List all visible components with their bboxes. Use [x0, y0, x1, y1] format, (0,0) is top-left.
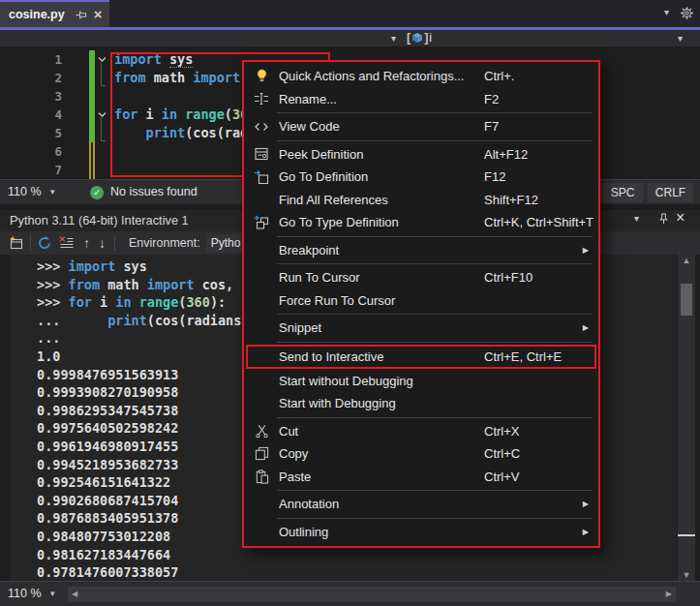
menu-item-label: Find All References: [279, 193, 388, 207]
menu-item-view-code[interactable]: View CodeF7: [244, 115, 598, 138]
code-token: sys: [115, 258, 147, 274]
history-next-icon[interactable]: ↓: [99, 235, 106, 251]
history-previous-icon[interactable]: ↑: [83, 235, 90, 251]
menu-item-copy[interactable]: CopyCtrl+C: [244, 442, 598, 466]
peek-definition-icon: [244, 146, 279, 162]
space-indicator-badge[interactable]: SPC: [602, 183, 643, 202]
menu-item-start-with-debugging[interactable]: Start with Debugging: [244, 392, 598, 415]
menu-item-cut[interactable]: CutCtrl+X: [244, 420, 598, 443]
menu-item-shortcut: Ctrl+E, Ctrl+E: [484, 349, 562, 364]
close-icon[interactable]: ×: [94, 9, 103, 20]
field-cube-icon: [411, 32, 423, 44]
scroll-left-icon[interactable]: ◀: [72, 590, 77, 598]
issues-check-icon: ✓: [90, 186, 104, 199]
type-dropdown-chevron-icon[interactable]: ▾: [391, 33, 396, 44]
line-ending-badge[interactable]: CRLF: [648, 183, 693, 202]
interactive-zoom-control[interactable]: 110 %: [8, 587, 42, 600]
pin-icon[interactable]: [75, 9, 87, 21]
horizontal-scrollbar[interactable]: ◀ ▶: [68, 587, 676, 602]
code-token: [132, 294, 139, 310]
panel-close-icon[interactable]: ×: [676, 209, 685, 227]
menu-item-start-without-debugging[interactable]: Start without Debugging: [244, 370, 598, 393]
menu-item-label: Cut: [279, 424, 298, 439]
menu-item-label: Send to Interactive: [279, 349, 383, 364]
menu-item-shortcut: Shift+F12: [484, 193, 538, 207]
editor-zoom-control[interactable]: 110 %: [8, 185, 42, 198]
menu-item-shortcut: Ctrl+.: [484, 69, 514, 83]
menu-separator: [277, 112, 593, 113]
toolbar-separator: [114, 235, 115, 251]
menu-separator: [277, 342, 593, 343]
menu-item-paste[interactable]: PasteCtrl+V: [244, 466, 598, 489]
view-code-icon: [244, 119, 279, 135]
code-token: radians: [186, 313, 241, 328]
tab-cosine-py[interactable]: cosine.py ×: [0, 0, 109, 27]
line-number: 6: [0, 142, 62, 161]
menu-item-peek-definition[interactable]: Peek DefinitionAlt+F12: [244, 143, 598, 167]
code-token: cos: [155, 313, 178, 328]
menu-item-shortcut: Ctrl+V: [484, 470, 519, 484]
code-token: [69, 313, 108, 328]
reset-interactive-window-icon[interactable]: [8, 235, 24, 251]
gear-icon[interactable]: [680, 6, 694, 20]
scrollbar-split-line: [678, 534, 695, 536]
refresh-icon[interactable]: [37, 235, 52, 251]
code-token: import: [69, 258, 116, 274]
submenu-arrow-icon: ▶: [583, 500, 589, 508]
menu-item-label: Copy: [279, 446, 308, 461]
menu-item-quick-actions-and-refactorings[interactable]: Quick Actions and Refactorings...Ctrl+.: [244, 65, 598, 88]
menu-separator: [277, 490, 593, 491]
menu-item-snippet[interactable]: Snippet▶: [244, 317, 598, 340]
member-dropdown[interactable]: [ ] i: [407, 31, 432, 45]
menu-separator: [277, 518, 593, 519]
clear-screen-icon[interactable]: [58, 235, 75, 251]
scroll-down-icon[interactable]: ▼: [678, 570, 695, 580]
vertical-scrollbar[interactable]: ▲ ▼: [678, 255, 695, 581]
toolbar-separator: [30, 235, 31, 251]
menu-item-shortcut: Ctrl+X: [484, 424, 519, 439]
paste-icon: [244, 470, 279, 484]
panel-options-chevron-icon[interactable]: ▾: [634, 213, 639, 224]
line-number: 2: [0, 69, 62, 87]
zoom-chevron-icon[interactable]: ▾: [50, 187, 55, 197]
menu-item-annotation[interactable]: Annotation▶: [244, 493, 598, 516]
menu-separator: [277, 236, 593, 237]
menu-item-run-to-cursor[interactable]: Run To CursorCtrl+F10: [244, 266, 598, 289]
menu-item-label: Rename...: [279, 92, 337, 106]
navigation-bar: ▾ [ ] i ▾: [0, 30, 700, 47]
fold-chevron-icon[interactable]: [97, 109, 107, 120]
code-token: (: [147, 313, 155, 328]
menu-item-label: Start without Debugging: [279, 374, 413, 388]
menu-item-outlining[interactable]: Outlining▶: [244, 521, 598, 544]
menu-item-label: Quick Actions and Refactorings...: [279, 69, 464, 83]
scroll-up-icon[interactable]: ▲: [678, 256, 695, 265]
code-token: import: [147, 277, 195, 292]
copy-icon: [244, 446, 279, 461]
issues-status-text: No issues found: [110, 185, 198, 198]
panel-pin-icon[interactable]: [657, 212, 670, 226]
menu-item-label: Go To Definition: [279, 169, 368, 184]
fold-chevron-icon[interactable]: [97, 54, 107, 65]
menu-item-find-all-references[interactable]: Find All ReferencesShift+F12: [244, 189, 598, 212]
code-token: range: [139, 294, 179, 310]
menu-item-rename[interactable]: Rename...F2: [244, 88, 598, 111]
member-dropdown-chevron-icon[interactable]: ▾: [678, 33, 683, 44]
menu-separator: [277, 417, 593, 418]
menu-item-send-to-interactive[interactable]: Send to InteractiveCtrl+E, Ctrl+E: [246, 345, 596, 369]
menu-item-label: Outlining: [279, 525, 328, 539]
menu-item-go-to-definition[interactable]: Go To DefinitionF12: [244, 166, 598, 189]
menu-separator: [277, 314, 593, 315]
code-token: 360: [186, 294, 209, 310]
menu-item-go-to-type-definition[interactable]: Go To Type DefinitionCtrl+K, Ctrl+Shift+…: [244, 211, 598, 234]
scroll-right-icon[interactable]: ▶: [666, 590, 672, 598]
menu-item-force-run-to-cursor[interactable]: Force Run To Cursor: [244, 289, 598, 313]
menu-item-breakpoint[interactable]: Breakpoint▶: [244, 239, 598, 262]
scrollbar-thumb[interactable]: [681, 284, 692, 316]
bracket-close: ]: [424, 31, 428, 45]
window-list-chevron-icon[interactable]: ▾: [664, 7, 669, 17]
zoom-chevron-icon[interactable]: ▾: [50, 589, 55, 598]
lightbulb-icon: [244, 69, 279, 83]
cut-icon: [244, 424, 279, 439]
code-token: math: [100, 277, 147, 292]
menu-item-shortcut: Ctrl+C: [484, 446, 520, 461]
